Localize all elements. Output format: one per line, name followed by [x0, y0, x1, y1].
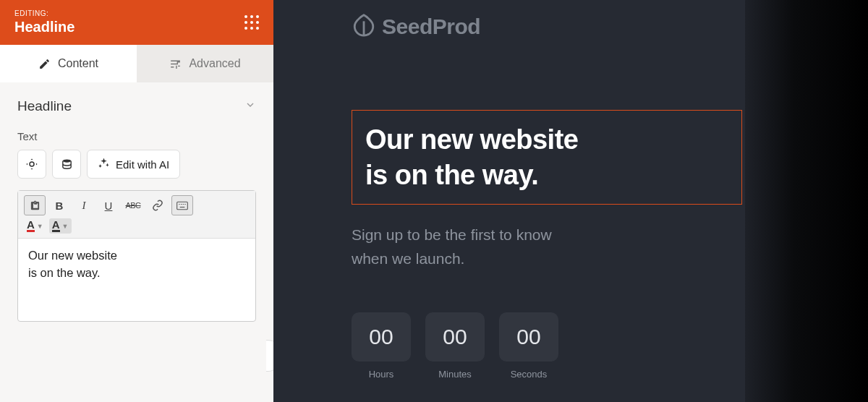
apps-grid-icon[interactable] — [244, 15, 259, 30]
subheading-text: Sign up to be the first to know when we … — [352, 223, 699, 270]
content-panel: Headline Text Edit with AI — [0, 82, 273, 322]
ai-button-label: Edit with AI — [116, 158, 169, 171]
headline-selected-block[interactable]: Our new website is on the way. — [352, 110, 742, 205]
paste-button[interactable] — [24, 195, 46, 215]
svg-rect-1 — [177, 202, 188, 210]
drag-handle-button[interactable] — [17, 150, 46, 179]
strikethrough-button[interactable]: ABC — [122, 195, 144, 215]
link-button[interactable] — [147, 195, 169, 215]
countdown-seconds-value: 00 — [499, 312, 558, 362]
headline-preview-text: Our new website is on the way. — [365, 122, 728, 192]
accordion-title: Headline — [17, 98, 72, 114]
editing-label: EDITING: — [14, 9, 75, 17]
sidebar-header: EDITING: Headline — [0, 0, 273, 45]
countdown-seconds: 00 Seconds — [499, 312, 558, 380]
text-tools-row: Edit with AI — [17, 150, 256, 179]
preview-edge-gradient — [745, 0, 868, 402]
countdown-minutes: 00 Minutes — [425, 312, 485, 380]
editor-sidebar: EDITING: Headline Content Advanced Headl… — [0, 0, 273, 402]
editing-title: Headline — [14, 19, 75, 35]
database-button[interactable] — [52, 150, 81, 179]
countdown-hours: 00 Hours — [352, 312, 411, 380]
sparkle-icon — [98, 157, 110, 171]
tab-advanced-label: Advanced — [189, 57, 240, 70]
countdown-hours-value: 00 — [352, 312, 411, 362]
rich-text-editor: B I U ABC A▼ A▼ — [17, 190, 256, 322]
countdown-minutes-label: Minutes — [438, 369, 472, 380]
text-field-label: Text — [17, 130, 256, 142]
tab-content-label: Content — [58, 57, 98, 70]
keyboard-button[interactable] — [171, 195, 193, 215]
headline-textarea[interactable] — [18, 239, 255, 318]
sliders-icon — [169, 58, 182, 70]
brand-name: SeedProd — [382, 14, 480, 39]
pencil-icon — [38, 58, 51, 70]
page-preview: SeedProd Our new website is on the way. … — [273, 0, 868, 402]
edit-with-ai-button[interactable]: Edit with AI — [87, 150, 180, 179]
text-color-button[interactable]: A▼ — [24, 218, 46, 234]
background-color-button[interactable]: A▼ — [49, 218, 72, 234]
tab-content[interactable]: Content — [0, 45, 137, 82]
tab-advanced[interactable]: Advanced — [137, 45, 273, 82]
countdown-seconds-label: Seconds — [511, 369, 548, 380]
leaf-icon — [352, 13, 376, 40]
bold-button[interactable]: B — [48, 195, 70, 215]
tab-bar: Content Advanced — [0, 45, 273, 82]
countdown-minutes-value: 00 — [425, 312, 485, 362]
accordion-headline[interactable]: Headline — [17, 98, 256, 114]
svg-point-0 — [62, 159, 70, 162]
underline-button[interactable]: U — [98, 195, 119, 215]
chevron-down-icon — [244, 99, 256, 114]
countdown-hours-label: Hours — [369, 369, 394, 380]
editor-toolbar: B I U ABC A▼ A▼ — [18, 191, 255, 239]
italic-button[interactable]: I — [73, 195, 95, 215]
